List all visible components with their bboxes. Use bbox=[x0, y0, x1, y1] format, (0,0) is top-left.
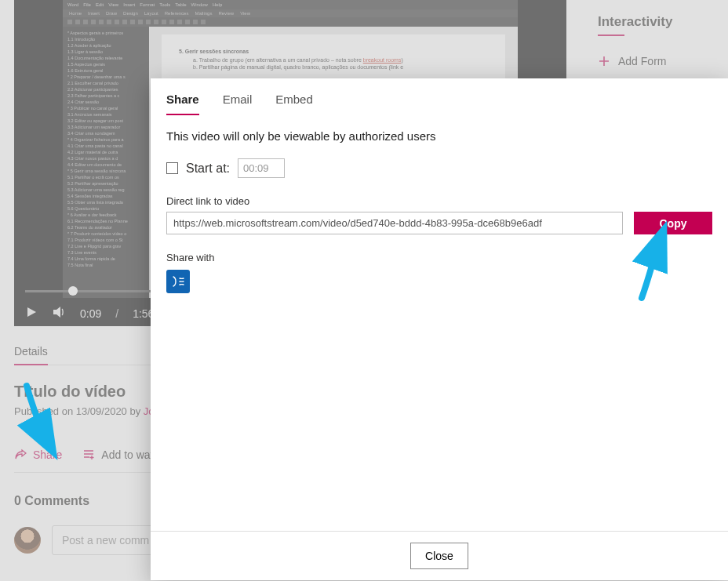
tab-share[interactable]: Share bbox=[166, 93, 199, 115]
copy-button[interactable]: Copy bbox=[634, 212, 712, 234]
permission-message: This video will only be viewable by auth… bbox=[166, 129, 712, 143]
tab-embed[interactable]: Embed bbox=[275, 93, 313, 115]
direct-link-input[interactable] bbox=[166, 212, 623, 234]
share-modal: Share Email Embed This video will only b… bbox=[151, 78, 728, 580]
close-button[interactable]: Close bbox=[410, 543, 468, 569]
start-at-checkbox[interactable] bbox=[166, 162, 178, 174]
modal-tabs: Share Email Embed bbox=[151, 78, 728, 115]
yammer-icon[interactable] bbox=[166, 270, 190, 293]
start-at-label: Start at: bbox=[186, 162, 230, 176]
start-at-input[interactable] bbox=[238, 158, 285, 178]
tab-email[interactable]: Email bbox=[223, 93, 253, 115]
direct-link-label: Direct link to video bbox=[166, 195, 712, 207]
share-with-label: Share with bbox=[166, 252, 712, 263]
